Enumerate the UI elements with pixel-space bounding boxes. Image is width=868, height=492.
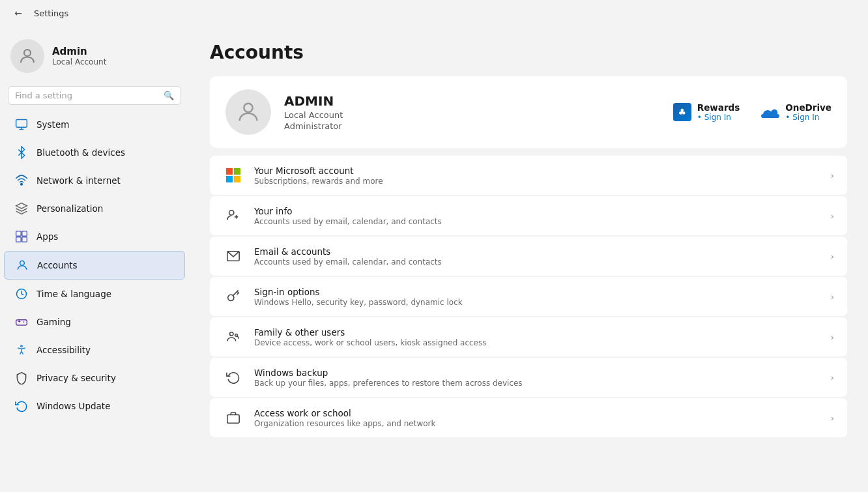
sidebar-item-label-gaming: Gaming — [36, 317, 71, 327]
onedrive-link[interactable]: OneDrive • Sign In — [760, 102, 832, 122]
avatar — [10, 39, 44, 73]
sidebar-item-network[interactable]: Network & internet — [4, 167, 185, 194]
settings-item-work[interactable]: Access work or school Organization resou… — [210, 398, 847, 437]
app-body: Admin Local Account 🔍 System — [0, 26, 868, 492]
privacy-icon — [14, 371, 29, 385]
onedrive-icon — [760, 102, 780, 122]
main-content: Accounts ADMIN Local Account Administrat… — [189, 26, 868, 492]
key-icon — [223, 286, 244, 307]
sidebar-item-privacy[interactable]: Privacy & security — [4, 364, 185, 392]
chevron-icon-microsoft: › — [831, 171, 834, 181]
settings-item-your-info[interactable]: Your info Accounts used by email, calend… — [210, 196, 847, 235]
your-info-icon — [223, 205, 244, 226]
settings-item-microsoft-account[interactable]: Your Microsoft account Subscriptions, re… — [210, 156, 847, 195]
settings-item-content-backup: Windows backup Back up your files, apps,… — [254, 368, 820, 388]
sidebar-item-time[interactable]: Time & language — [4, 280, 185, 308]
onedrive-title: OneDrive — [785, 102, 832, 113]
sidebar-item-label-personalization: Personalization — [36, 203, 103, 214]
settings-item-title-microsoft: Your Microsoft account — [254, 166, 820, 176]
settings-item-desc-backup: Back up your files, apps, preferences to… — [254, 379, 820, 388]
svg-rect-4 — [22, 231, 27, 237]
sidebar-item-personalization[interactable]: Personalization — [4, 195, 185, 222]
svg-point-21 — [230, 332, 234, 336]
apps-icon — [14, 229, 29, 244]
settings-item-content-family: Family & other users Device access, work… — [254, 327, 820, 347]
account-sub2: Administrator — [284, 121, 659, 131]
settings-item-desc-signin: Windows Hello, security key, password, d… — [254, 298, 820, 307]
chevron-icon-signin: › — [831, 292, 834, 302]
account-links: ♣ Rewards • Sign In OneDrive — [673, 102, 832, 122]
sidebar-item-label-privacy: Privacy & security — [36, 373, 116, 383]
svg-point-20 — [228, 295, 234, 300]
personalization-icon — [14, 201, 29, 216]
svg-point-2 — [21, 184, 23, 186]
search-input[interactable] — [15, 91, 158, 100]
svg-rect-3 — [16, 231, 22, 237]
account-card: ADMIN Local Account Administrator ♣ Rewa… — [210, 76, 847, 148]
sidebar-item-label-network: Network & internet — [36, 175, 121, 186]
nav-list: System Bluetooth & devices — [0, 110, 189, 420]
svg-rect-5 — [16, 237, 22, 242]
sidebar-item-label-apps: Apps — [36, 231, 58, 242]
backup-icon — [223, 367, 244, 388]
settings-item-desc-email: Accounts used by email, calendar, and co… — [254, 257, 820, 267]
email-icon — [223, 246, 244, 267]
sidebar-item-label-bluetooth: Bluetooth & devices — [36, 147, 125, 158]
sidebar-item-accounts[interactable]: Accounts — [4, 251, 185, 280]
network-icon — [14, 173, 29, 188]
settings-item-family[interactable]: Family & other users Device access, work… — [210, 317, 847, 356]
settings-item-desc-microsoft: Subscriptions, rewards and more — [254, 177, 820, 186]
title-bar: ← Settings — [0, 0, 868, 26]
profile-info: Admin Local Account — [52, 46, 106, 66]
app-title: Settings — [34, 8, 68, 18]
rewards-text: Rewards • Sign In — [697, 102, 740, 122]
sidebar-item-system[interactable]: System — [4, 111, 185, 138]
back-button[interactable]: ← — [10, 5, 26, 21]
settings-item-signin[interactable]: Sign-in options Windows Hello, security … — [210, 277, 847, 316]
settings-item-title-backup: Windows backup — [254, 368, 820, 378]
rewards-link[interactable]: ♣ Rewards • Sign In — [673, 102, 740, 122]
bluetooth-icon — [14, 145, 29, 160]
settings-item-desc-work: Organization resources like apps, and ne… — [254, 419, 820, 428]
rewards-title: Rewards — [697, 102, 740, 113]
svg-rect-6 — [22, 237, 27, 242]
settings-item-content-microsoft: Your Microsoft account Subscriptions, re… — [254, 166, 820, 186]
onedrive-text: OneDrive • Sign In — [785, 102, 832, 122]
settings-item-email[interactable]: Email & accounts Accounts used by email,… — [210, 237, 847, 276]
settings-item-content-your-info: Your info Accounts used by email, calend… — [254, 206, 820, 226]
sidebar-item-label-time: Time & language — [36, 289, 111, 299]
account-avatar — [225, 89, 271, 135]
sidebar-item-bluetooth[interactable]: Bluetooth & devices — [4, 139, 185, 166]
accounts-icon — [15, 258, 29, 272]
chevron-icon-family: › — [831, 332, 834, 342]
briefcase-icon — [223, 407, 244, 428]
sidebar-item-update[interactable]: Windows Update — [4, 392, 185, 420]
settings-list: Your Microsoft account Subscriptions, re… — [210, 156, 847, 437]
sidebar-item-apps[interactable]: Apps — [4, 223, 185, 250]
settings-item-content-signin: Sign-in options Windows Hello, security … — [254, 287, 820, 307]
update-icon — [14, 399, 29, 413]
svg-rect-13 — [234, 168, 240, 175]
time-icon — [14, 287, 29, 301]
profile-sub: Local Account — [52, 57, 106, 66]
sidebar-item-gaming[interactable]: Gaming — [4, 308, 185, 336]
search-box[interactable]: 🔍 — [8, 86, 181, 105]
svg-rect-1 — [16, 120, 27, 128]
gaming-icon — [14, 315, 29, 329]
svg-rect-9 — [16, 320, 27, 325]
settings-item-content-email: Email & accounts Accounts used by email,… — [254, 246, 820, 267]
sidebar-item-accessibility[interactable]: Accessibility — [4, 336, 185, 364]
system-icon — [14, 117, 29, 132]
settings-item-backup[interactable]: Windows backup Back up your files, apps,… — [210, 358, 847, 397]
svg-rect-14 — [226, 176, 233, 182]
sidebar-profile[interactable]: Admin Local Account — [0, 26, 189, 83]
sidebar-item-label-accessibility: Accessibility — [36, 345, 91, 355]
profile-name: Admin — [52, 46, 106, 57]
settings-item-title-your-info: Your info — [254, 206, 820, 216]
svg-rect-15 — [234, 176, 240, 182]
settings-item-desc-family: Device access, work or school users, kio… — [254, 338, 820, 347]
account-info: ADMIN Local Account Administrator — [284, 93, 659, 131]
accessibility-icon — [14, 343, 29, 357]
onedrive-sub: • Sign In — [785, 113, 832, 122]
page-title: Accounts — [210, 42, 847, 63]
